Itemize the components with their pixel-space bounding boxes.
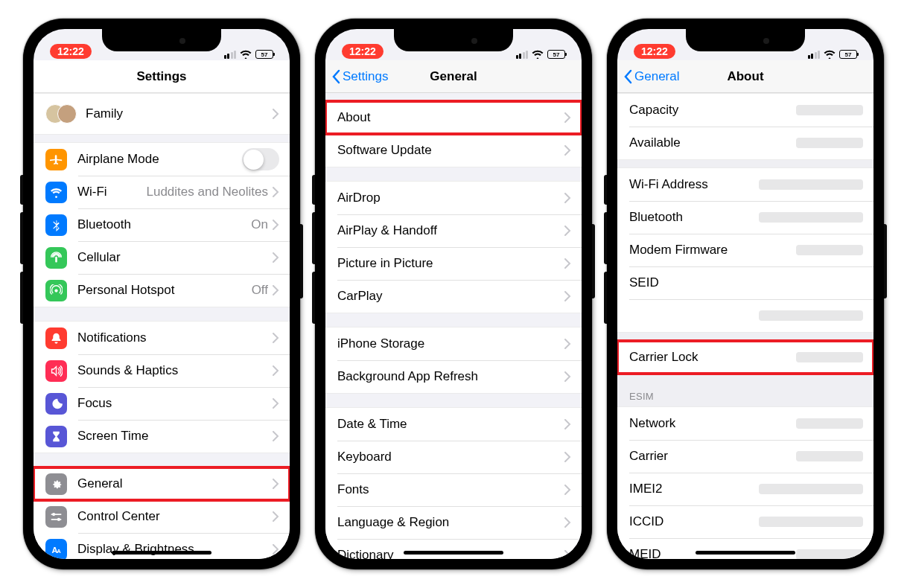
- cellular-icon: [45, 247, 67, 269]
- chevron-right-icon: [564, 258, 571, 269]
- row-language-region[interactable]: Language & Region: [325, 506, 582, 539]
- row-wi-fi[interactable]: Wi-FiLuddites and Neolites: [34, 176, 290, 208]
- row-airplane-mode[interactable]: Airplane Mode: [34, 143, 290, 176]
- row-label: General: [77, 476, 273, 491]
- row-detail-redacted: [796, 549, 863, 559]
- sliders-icon: [45, 506, 67, 528]
- row-label: Keyboard: [337, 450, 564, 464]
- row-meid[interactable]: MEID: [617, 538, 873, 559]
- row-carrier-lock[interactable]: Carrier Lock: [617, 341, 873, 374]
- row-fonts[interactable]: Fonts: [325, 473, 582, 506]
- chevron-right-icon: [273, 544, 279, 555]
- home-indicator[interactable]: [112, 551, 211, 555]
- row-label: AirPlay & Handoff: [337, 223, 564, 238]
- row-redacted[interactable]: [617, 299, 873, 332]
- chevron-right-icon: [273, 252, 279, 263]
- row-airplay-handoff[interactable]: AirPlay & Handoff: [325, 214, 582, 247]
- row-label: Display & Brightness: [77, 542, 273, 557]
- row-family[interactable]: Family: [34, 94, 290, 134]
- row-label: Background App Refresh: [337, 369, 564, 384]
- row-background-app-refresh[interactable]: Background App Refresh: [325, 360, 582, 393]
- cellular-signal-icon: [224, 51, 237, 59]
- row-iphone-storage[interactable]: iPhone Storage: [325, 327, 582, 360]
- row-control-center[interactable]: Control Center: [34, 500, 290, 533]
- wifi-icon: [45, 182, 67, 203]
- nav-bar: Settings: [34, 60, 290, 93]
- row-keyboard[interactable]: Keyboard: [325, 441, 582, 473]
- row-capacity[interactable]: Capacity: [617, 94, 873, 127]
- text-icon: AA: [45, 539, 67, 560]
- general-list[interactable]: AboutSoftware UpdateAirDropAirPlay & Han…: [325, 93, 582, 559]
- row-label: Network: [629, 416, 796, 431]
- row-label: Date & Time: [337, 417, 564, 432]
- row-sounds-haptics[interactable]: Sounds & Haptics: [34, 354, 290, 387]
- nav-title: General: [430, 69, 477, 84]
- row-display-brightness[interactable]: AADisplay & Brightness: [34, 533, 290, 559]
- about-list[interactable]: CapacityAvailable Wi-Fi AddressBluetooth…: [617, 93, 873, 559]
- row-detail-redacted: [759, 179, 863, 190]
- row-label: Software Update: [337, 143, 564, 158]
- row-bluetooth[interactable]: Bluetooth: [617, 201, 873, 234]
- svg-rect-3: [51, 514, 62, 515]
- row-label: Bluetooth: [629, 210, 759, 225]
- chevron-right-icon: [273, 220, 279, 230]
- status-icons: 57: [808, 50, 858, 59]
- status-time: 12:22: [50, 44, 92, 59]
- row-notifications[interactable]: Notifications: [34, 322, 290, 354]
- row-dictionary[interactable]: Dictionary: [325, 539, 582, 559]
- chevron-right-icon: [273, 511, 279, 522]
- back-button[interactable]: General: [623, 60, 679, 92]
- row-label: Airplane Mode: [77, 152, 242, 167]
- row-cellular[interactable]: Cellular: [34, 241, 290, 274]
- chevron-right-icon: [564, 291, 571, 301]
- row-modem-firmware[interactable]: Modem Firmware: [617, 234, 873, 266]
- row-network[interactable]: Network: [617, 407, 873, 440]
- cellular-signal-icon: [808, 51, 821, 59]
- back-label: General: [634, 69, 679, 84]
- row-bluetooth[interactable]: BluetoothOn: [34, 208, 290, 241]
- row-picture-in-picture[interactable]: Picture in Picture: [325, 247, 582, 280]
- chevron-right-icon: [564, 193, 571, 203]
- row-personal-hotspot[interactable]: Personal HotspotOff: [34, 274, 290, 307]
- phone-general: 12:22 57 Settings General AboutSoftware …: [315, 19, 592, 569]
- chevron-right-icon: [273, 365, 279, 376]
- bluetooth-icon: [45, 214, 67, 236]
- hotspot-icon: [45, 280, 67, 301]
- wifi-icon: [532, 50, 544, 59]
- row-available[interactable]: Available: [617, 127, 873, 159]
- battery-icon: 57: [839, 50, 857, 59]
- chevron-right-icon: [564, 517, 571, 528]
- row-label: Wi-Fi Address: [629, 177, 759, 192]
- chevron-right-icon: [564, 145, 571, 156]
- row-wi-fi-address[interactable]: Wi-Fi Address: [617, 168, 873, 201]
- row-carplay[interactable]: CarPlay: [325, 280, 582, 313]
- home-indicator[interactable]: [404, 551, 503, 555]
- row-imei-[interactable]: IMEI2: [617, 473, 873, 505]
- row-label: About: [337, 110, 564, 125]
- row-detail-redacted: [796, 245, 863, 255]
- row-carrier[interactable]: Carrier: [617, 440, 873, 473]
- row-label: AirDrop: [337, 191, 564, 205]
- back-button[interactable]: Settings: [331, 60, 388, 92]
- chevron-right-icon: [564, 112, 571, 123]
- chevron-right-icon: [564, 485, 571, 495]
- row-label: Control Center: [77, 509, 273, 524]
- row-software-update[interactable]: Software Update: [325, 134, 582, 167]
- row-about[interactable]: About: [325, 101, 582, 134]
- row-seid[interactable]: SEID: [617, 266, 873, 299]
- row-focus[interactable]: Focus: [34, 387, 290, 420]
- battery-icon: 57: [255, 50, 273, 59]
- row-label: Modem Firmware: [629, 243, 796, 258]
- toggle-switch[interactable]: [242, 148, 279, 170]
- row-detail: On: [251, 217, 268, 232]
- row-date-time[interactable]: Date & Time: [325, 408, 582, 441]
- home-indicator[interactable]: [696, 551, 795, 555]
- settings-list[interactable]: Family Airplane ModeWi-FiLuddites and Ne…: [34, 93, 290, 559]
- row-screen-time[interactable]: Screen Time: [34, 420, 290, 453]
- row-iccid[interactable]: ICCID: [617, 505, 873, 538]
- row-label: Sounds & Haptics: [77, 363, 273, 378]
- nav-title: Settings: [136, 69, 186, 84]
- row-label: Personal Hotspot: [77, 283, 252, 298]
- row-airdrop[interactable]: AirDrop: [325, 182, 582, 214]
- row-general[interactable]: General: [34, 467, 290, 500]
